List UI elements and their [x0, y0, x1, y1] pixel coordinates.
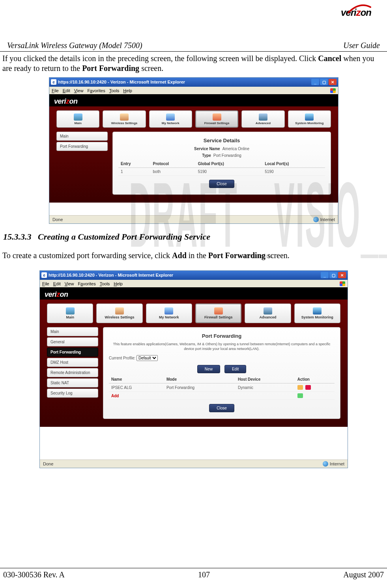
zone-label: Internet [320, 217, 335, 222]
firewall-icon [214, 307, 223, 314]
header-left: VersaLink Wireless Gateway (Model 7500) [7, 41, 142, 50]
globe-icon [323, 461, 328, 467]
nav-mynetwork[interactable]: My Network [146, 303, 192, 323]
side-main[interactable]: Main [56, 132, 108, 141]
maximize-button[interactable]: ▢ [329, 272, 337, 278]
text-bold: Cancel [318, 54, 341, 63]
window-title: https://10.16.90.10:2420 - Verizon - Mic… [58, 80, 311, 84]
text-bold: Port Forwarding [208, 251, 265, 260]
nav-main[interactable]: Main [56, 110, 99, 128]
side-main[interactable]: Main [47, 327, 98, 336]
edit-button[interactable]: Edit [224, 365, 246, 373]
menu-view[interactable]: View [74, 88, 84, 93]
header-right: User Guide [343, 41, 380, 50]
text-bold: Port Forwarding [82, 64, 139, 73]
menu-tools[interactable]: Tools [109, 88, 120, 93]
footer-left: 030-300536 Rev. A [3, 570, 65, 579]
screenshot-service-details: e https://10.16.90.10:2420 - Verizon - M… [49, 77, 338, 224]
col-local: Local Port(s) [262, 160, 325, 168]
add-icon[interactable] [297, 393, 303, 398]
nav-advanced[interactable]: Advanced [245, 303, 291, 323]
nav-label: Firewall Settings [204, 121, 230, 125]
windows-flag-icon [339, 281, 346, 287]
text: screen. [265, 251, 290, 260]
side-remoteadmin[interactable]: Remote Administration [47, 368, 98, 377]
cell: 5190 [196, 168, 263, 176]
section-number: 15.3.3.3 [3, 232, 32, 242]
menu-help[interactable]: Help [114, 281, 123, 286]
monitoring-icon [305, 114, 314, 121]
cell: 5190 [262, 168, 325, 176]
verizon-brand: verizon [54, 97, 78, 105]
nav-mynetwork[interactable]: My Network [149, 110, 192, 128]
nav-label: Firewall Settings [204, 315, 233, 319]
menu-edit[interactable]: Edit [63, 88, 70, 93]
network-icon [165, 307, 173, 314]
col-entry: Entry [118, 160, 151, 168]
nav-wireless[interactable]: Wireless Settings [103, 110, 146, 128]
side-dmz[interactable]: DMZ Host [47, 358, 98, 367]
nav-label: Main [75, 121, 82, 125]
nav-label: Advanced [259, 315, 276, 319]
add-link[interactable]: Add [109, 392, 164, 400]
menu-favorites[interactable]: Favorites [87, 88, 105, 93]
verizon-logo-top: verizon [320, 7, 371, 18]
menu-favorites[interactable]: Favorites [78, 281, 95, 286]
nav-system[interactable]: System Monitoring [288, 110, 331, 128]
text: in the [187, 251, 208, 260]
maximize-button[interactable]: ▢ [320, 79, 328, 85]
nav-firewall[interactable]: Firewall Settings [195, 303, 241, 323]
menu-file[interactable]: File [42, 281, 49, 286]
menu-file[interactable]: File [52, 88, 59, 93]
forwarding-table: Name Mode Host Device Action IPSEC ALG P… [109, 376, 335, 400]
status-bar: Done Internet [49, 215, 338, 223]
add-row[interactable]: Add [109, 392, 335, 400]
menu-view[interactable]: View [65, 281, 74, 286]
menu-edit[interactable]: Edit [53, 281, 61, 286]
col-mode: Mode [164, 376, 236, 383]
zone-label: Internet [330, 461, 344, 466]
section-title: Creating a Customized Port Forwarding Se… [38, 232, 210, 242]
side-staticnat[interactable]: Static NAT [47, 378, 98, 387]
side-portforwarding[interactable]: Port Forwarding [47, 348, 98, 357]
nav-advanced[interactable]: Advanced [241, 110, 284, 128]
cell: Dynamic [236, 383, 295, 392]
side-general[interactable]: General [47, 337, 98, 346]
edit-icon[interactable] [297, 385, 303, 390]
cell-action [295, 383, 335, 392]
close-pill-button[interactable]: Close [209, 404, 234, 412]
page-footer: 030-300536 Rev. A 107 August 2007 [3, 570, 384, 579]
nav-label: Advanced [256, 121, 271, 125]
nav-wireless[interactable]: Wireless Settings [96, 303, 142, 323]
text: To create a customized port forwarding s… [2, 251, 172, 260]
col-name: Name [109, 376, 164, 383]
close-button[interactable]: ✕ [338, 272, 346, 278]
window-titlebar: e https://10.16.90.10:2420 - Verizon - M… [49, 78, 338, 87]
footer-page: 107 [198, 570, 210, 579]
close-pill-button[interactable]: Close [209, 180, 234, 188]
main-icon [66, 307, 75, 314]
profile-select[interactable]: Default [136, 355, 158, 361]
side-portforwarding[interactable]: Port Forwarding [56, 142, 108, 151]
verizon-brand: verizon [45, 290, 68, 298]
menu-help[interactable]: Help [123, 88, 132, 93]
delete-icon[interactable] [305, 385, 311, 390]
panel-title: Service Details [118, 138, 325, 143]
close-button[interactable]: ✕ [329, 79, 337, 85]
service-details-panel: Service Details Service NameAmerica Onli… [112, 132, 331, 195]
nav-firewall[interactable]: Firewall Settings [195, 110, 238, 128]
port-forwarding-panel: Port Forwarding This feature enables app… [103, 327, 340, 419]
nav-system[interactable]: System Monitoring [294, 303, 340, 323]
side-securitylog[interactable]: Security Log [47, 389, 98, 398]
router-page: verizon Main Wireless Settings My Networ… [49, 94, 338, 203]
minimize-button[interactable]: _ [321, 272, 329, 278]
menu-tools[interactable]: Tools [100, 281, 110, 286]
new-button[interactable]: New [197, 365, 220, 373]
window-menubar: File Edit View Favorites Tools Help [40, 280, 348, 288]
window-title: http://10.16.90.10:2420 - Verizon - Micr… [49, 273, 321, 277]
nav-main[interactable]: Main [47, 303, 93, 323]
minimize-button[interactable]: _ [311, 79, 319, 85]
screenshot-port-forwarding: e http://10.16.90.10:2420 - Verizon - Mi… [39, 270, 348, 468]
monitoring-icon [313, 307, 322, 314]
text-bold: Add [172, 251, 187, 260]
